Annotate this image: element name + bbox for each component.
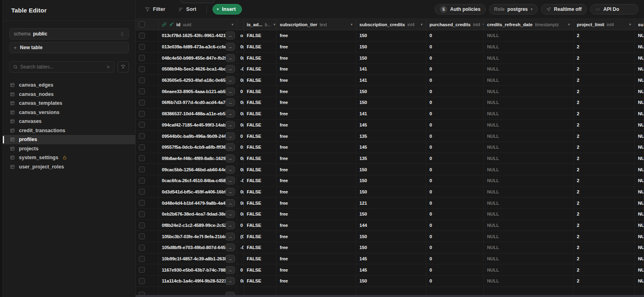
cell-clip[interactable] (237, 253, 244, 264)
row-checkbox[interactable] (139, 77, 145, 83)
cell-id[interactable]: 048c4e50-b989-455e-847e-fb2f...→ (159, 52, 237, 63)
cell-tier[interactable]: free (277, 97, 356, 108)
filter-button[interactable]: Filter (140, 4, 170, 15)
expand-row-button[interactable]: → (225, 166, 235, 174)
cell-purchased[interactable]: 0 (426, 264, 484, 275)
cell-purchased[interactable]: 0 (426, 52, 484, 63)
cell-overflow[interactable]: NU (635, 42, 644, 52)
column-header-id[interactable]: iduuid▾ (159, 19, 237, 30)
cell-clip[interactable]: 0 (237, 131, 244, 141)
expand-row-button[interactable] (225, 292, 235, 295)
cell-purchased[interactable]: 0 (426, 164, 484, 175)
cell-overflow[interactable]: NU (635, 153, 644, 164)
cell-purchased[interactable]: 0 (426, 276, 484, 287)
expand-row-button[interactable]: → (225, 177, 235, 185)
cell-clip[interactable]: 0( (237, 153, 244, 164)
cell-is_admin[interactable]: FALSE (244, 164, 277, 175)
row-checkbox[interactable] (139, 256, 145, 262)
cell-tier[interactable]: free (277, 197, 356, 208)
cell-sub_credits[interactable]: 121 (356, 197, 426, 208)
row-checkbox[interactable] (139, 144, 145, 150)
cell-is_admin[interactable]: FALSE (244, 86, 277, 97)
filter-tables-button[interactable] (118, 61, 129, 73)
cell-id[interactable]: 09557f5a-0dcb-4cb9-a6fb-fff366...→ (159, 142, 237, 153)
cell-tier[interactable]: free (277, 64, 356, 75)
cell-overflow[interactable]: NU (635, 120, 644, 131)
cell-limit[interactable]: 2 (574, 131, 635, 141)
cell-is_admin[interactable]: FALSE (244, 276, 277, 287)
cell-is_admin[interactable]: FALSE (244, 52, 277, 63)
cell-purchased[interactable]: 0 (426, 30, 484, 41)
cell-refresh[interactable]: NULL (484, 108, 574, 119)
role-select[interactable]: Role postgres ▾ (489, 4, 538, 15)
header-select-all[interactable] (136, 19, 159, 30)
cell-is_admin[interactable]: FALSE (244, 253, 277, 264)
sidebar-item-canvas_templates[interactable]: canvas_templates (3, 99, 135, 108)
cell-limit[interactable]: 2 (574, 276, 635, 287)
cell-refresh[interactable]: NULL (484, 42, 574, 52)
cell-refresh[interactable]: NULL (484, 142, 574, 153)
cell-is_admin[interactable]: FALSE (244, 175, 277, 186)
cell-sub_credits[interactable]: 141 (356, 64, 426, 75)
row-checkbox[interactable] (139, 166, 145, 172)
cell-limit[interactable]: 2 (574, 220, 635, 231)
cell-overflow[interactable]: NU (635, 220, 644, 231)
cell-purchased[interactable]: 0 (426, 142, 484, 153)
expand-row-button[interactable]: → (225, 31, 235, 39)
cell-id[interactable]: 105d8bf9-e703-49bd-807d-645e...→ (159, 242, 237, 253)
cell-id[interactable]: 09544b0c-ba9b-496a-9b09-244...→ (159, 131, 237, 141)
cell-sub_credits[interactable]: 150 (356, 276, 426, 287)
cell-id[interactable]: 105bc3b7-03fe-4e7f-9efa-21bb40...→ (159, 231, 237, 242)
cell-purchased[interactable]: 0 (426, 187, 484, 197)
expand-row-button[interactable]: → (225, 54, 235, 62)
cell-tier[interactable]: free (277, 276, 356, 287)
sidebar-item-canvases[interactable]: canvases (3, 117, 135, 126)
cell-limit[interactable]: 2 (574, 42, 635, 52)
row-checkbox[interactable] (139, 133, 145, 139)
cell-sub_credits[interactable]: 150 (356, 30, 426, 41)
table-row[interactable]: 048c4e50-b989-455e-847e-fb2f...→0(FALSEf… (136, 52, 644, 64)
cell-tier[interactable]: free (277, 209, 356, 220)
cell-sub_credits[interactable]: 145 (356, 142, 426, 153)
cell-refresh[interactable]: NULL (484, 175, 574, 186)
sidebar-item-canvas_versions[interactable]: canvas_versions (3, 108, 135, 117)
cell-clip[interactable]: 0( (237, 42, 244, 52)
table-row[interactable]: 0cac6fca-26cf-4510-84ba-c4580...→-0FALSE… (136, 175, 644, 187)
cell-purchased[interactable]: 0 (426, 108, 484, 119)
cell-overflow[interactable]: NU (635, 253, 644, 264)
cell-clip[interactable]: 0( (237, 75, 244, 86)
cell-refresh[interactable]: NULL (484, 209, 574, 220)
chevrons-down-icon[interactable] (106, 64, 111, 69)
cell-overflow[interactable]: NU (635, 30, 644, 41)
cell-is_admin[interactable]: FALSE (244, 108, 277, 119)
search-tables-input[interactable] (20, 64, 103, 70)
table-row[interactable]: 105bc3b7-03fe-4e7f-9efa-21bb40...→(0FALS… (136, 231, 644, 242)
column-header-tier[interactable]: subscription_tiertext▾ (277, 19, 356, 30)
cell-clip[interactable]: 0 (237, 220, 244, 231)
cell-tier[interactable]: free (277, 75, 356, 86)
cell-is_admin[interactable]: FALSE (244, 97, 277, 108)
cell-limit[interactable]: 2 (574, 108, 635, 119)
sidebar-item-user_project_roles[interactable]: user_project_roles (3, 162, 135, 172)
cell-purchased[interactable]: 0 (426, 153, 484, 164)
insert-button[interactable]: ▾ Insert (213, 4, 242, 15)
cell-clip[interactable]: 0( (237, 164, 244, 175)
table-row[interactable]: 10b99c1f-4857-4c39-a8b1-263b8...→FALSEfr… (136, 253, 644, 265)
table-row[interactable]: 094caf42-7185-4e45-99f3-14abee...→0(FALS… (136, 120, 644, 131)
cell-limit[interactable]: 2 (574, 120, 635, 131)
cell-clip[interactable]: o (237, 30, 244, 41)
cell-overflow[interactable]: NU (635, 131, 644, 141)
column-header-refresh[interactable]: credits_refresh_datetimestamptz▾ (484, 19, 574, 30)
cell-id[interactable]: 0eb2b676-38ed-4ea7-9dad-38e6...→ (159, 209, 237, 220)
cell-is_admin[interactable]: FALSE (244, 264, 277, 275)
expand-row-button[interactable]: → (225, 210, 235, 218)
sidebar-item-canvas_edges[interactable]: canvas_edges (3, 81, 135, 90)
row-checkbox[interactable] (139, 44, 145, 50)
cell-tier[interactable]: free (277, 30, 356, 41)
cell-is_admin[interactable]: FALSE (244, 142, 277, 153)
cell-overflow[interactable]: NU (635, 86, 644, 97)
cell-tier[interactable]: free (277, 175, 356, 186)
cell-id[interactable]: 11a114cb-1a4c-49f4-9b28-52219ec...→ (159, 276, 237, 287)
cell-refresh[interactable]: NULL (484, 276, 574, 287)
cell-sub_credits[interactable]: 145 (356, 120, 426, 131)
